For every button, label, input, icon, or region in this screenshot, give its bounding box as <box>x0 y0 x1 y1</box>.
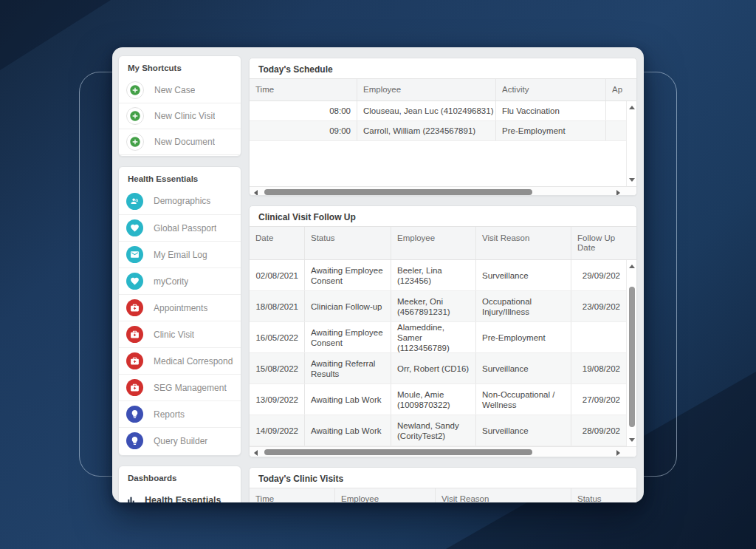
scroll-down-icon[interactable] <box>629 438 635 442</box>
cell-employee: Meeker, Oni (4567891231) <box>391 291 476 321</box>
column-header-status[interactable]: Status <box>571 488 636 502</box>
scroll-left-icon[interactable] <box>254 450 258 456</box>
shortcuts-title: My Shortcuts <box>119 56 241 77</box>
background-corner-shade <box>0 0 111 70</box>
cell-time: 08:00 <box>250 101 357 120</box>
table-row[interactable]: 14/09/2022 Awaiting Lab Work Newland, Sa… <box>250 415 636 446</box>
vertical-scrollbar[interactable] <box>626 260 636 446</box>
column-header-appointment[interactable]: Ap <box>606 79 636 100</box>
cell-visit-reason: Non-Occupational / Wellness <box>476 384 571 415</box>
cell-status: Awaiting Lab Work <box>305 415 391 446</box>
sidebar-item-clinic-visit[interactable]: Clinic Visit <box>119 321 241 347</box>
sidebar-item-label: New Document <box>154 137 215 147</box>
shortcuts-card: My Shortcuts New Case New Clinic Visit N… <box>118 55 241 157</box>
sidebar-item-label: Query Builder <box>154 436 207 446</box>
sidebar-item-reports[interactable]: Reports <box>119 400 241 427</box>
vertical-scrollbar[interactable] <box>626 101 636 186</box>
dashboards-title: Dashboards <box>119 466 241 487</box>
cell-employee: Clouseau, Jean Luc (4102496831) <box>357 101 496 120</box>
clinical-visit-follow-up-title: Clinical Visit Follow Up <box>250 206 636 226</box>
cell-employee: Beeler, Lina (123456) <box>391 260 476 290</box>
sidebar-item-seg-management[interactable]: SEG Management <box>119 374 241 400</box>
cell-status: Awaiting Employee Consent <box>305 322 391 352</box>
column-header-date[interactable]: Date <box>250 227 305 259</box>
schedule-table-header: Time Employee Activity Ap <box>250 78 636 101</box>
cell-follow-up-date <box>571 322 626 352</box>
sidebar-item-new-case[interactable]: New Case <box>119 77 241 103</box>
column-header-employee[interactable]: Employee <box>357 79 496 100</box>
medical-bag-icon <box>126 352 143 369</box>
cell-follow-up-date: 19/08/202 <box>571 353 626 383</box>
cell-employee: Newland, Sandy (CorityTest2) <box>391 415 476 446</box>
table-row[interactable]: 18/08/2021 Clinician Follow-up Meeker, O… <box>250 291 636 322</box>
column-header-status[interactable]: Status <box>305 227 391 259</box>
sidebar-item-my-email-log[interactable]: My Email Log <box>119 241 241 267</box>
cell-follow-up-date: 23/09/202 <box>571 291 626 321</box>
table-row[interactable]: 13/09/2022 Awaiting Lab Work Moule, Amie… <box>250 384 636 415</box>
sidebar-item-label: Demographics <box>154 196 210 206</box>
column-header-follow-up-date[interactable]: Follow Up Date <box>571 227 626 259</box>
scroll-up-icon[interactable] <box>629 106 635 109</box>
scroll-up-icon[interactable] <box>629 265 635 268</box>
medical-bag-icon <box>126 379 143 396</box>
todays-clinic-visits-card: Today's Clinic Visits Time Employee Visi… <box>249 467 637 502</box>
sidebar-item-label: My Email Log <box>154 250 207 260</box>
cell-time: 09:00 <box>250 121 357 140</box>
scroll-left-icon[interactable] <box>254 190 258 196</box>
cell-date: 16/05/2022 <box>250 322 305 352</box>
cell-employee: Alameddine, Samer (1123456789) <box>391 322 476 352</box>
heart-icon <box>126 273 143 290</box>
scrollbar-thumb[interactable] <box>264 449 532 455</box>
table-row[interactable]: 02/08/2021 Awaiting Employee Consent Bee… <box>250 260 636 291</box>
scrollbar-thumb[interactable] <box>629 287 635 427</box>
horizontal-scrollbar[interactable] <box>250 446 636 457</box>
todays-clinic-visits-title: Today's Clinic Visits <box>250 468 636 488</box>
cell-status: Awaiting Referral Results <box>305 353 391 383</box>
sidebar-item-demographics[interactable]: Demographics <box>119 188 241 214</box>
dashboards-card: Dashboards Health Essentials <box>118 466 241 502</box>
sidebar-item-mycority[interactable]: myCority <box>119 267 241 294</box>
sidebar-item-dashboard-health-essentials[interactable]: Health Essentials <box>119 487 241 502</box>
column-header-employee[interactable]: Employee <box>391 227 476 259</box>
cell-date: 14/09/2022 <box>250 415 305 446</box>
sidebar-item-new-document[interactable]: New Document <box>119 129 241 154</box>
column-header-employee[interactable]: Employee <box>335 488 436 502</box>
empty-rows-area <box>250 141 636 186</box>
schedule-table-body: 08:00 Clouseau, Jean Luc (4102496831) Fl… <box>250 101 636 186</box>
add-circle-icon <box>126 81 144 99</box>
table-row[interactable]: 08:00 Clouseau, Jean Luc (4102496831) Fl… <box>250 101 636 121</box>
person-search-icon <box>126 193 143 210</box>
cell-follow-up-date: 29/09/202 <box>571 260 626 290</box>
cell-visit-reason: Surveillance <box>476 415 571 446</box>
horizontal-scrollbar[interactable] <box>250 186 636 196</box>
sidebar-item-query-builder[interactable]: Query Builder <box>119 427 241 454</box>
cell-visit-reason: Surveillance <box>476 353 571 383</box>
sidebar-item-global-passport[interactable]: Global Passport <box>119 214 241 241</box>
table-row[interactable]: 15/08/2022 Awaiting Referral Results Orr… <box>250 353 636 384</box>
column-header-time[interactable]: Time <box>250 488 335 502</box>
column-header-visit-reason[interactable]: Visit Reason <box>476 227 571 259</box>
scrollbar-thumb[interactable] <box>264 189 532 195</box>
sidebar-item-label: New Case <box>154 85 195 95</box>
scroll-right-icon[interactable] <box>616 450 620 456</box>
column-header-visit-reason[interactable]: Visit Reason <box>436 488 571 502</box>
table-row[interactable]: 09:00 Carroll, William (2234567891) Pre-… <box>250 121 636 141</box>
lightbulb-icon <box>126 432 143 449</box>
cell-activity: Pre-Employment <box>496 121 606 140</box>
sidebar-item-label: Clinic Visit <box>154 330 194 340</box>
sidebar-item-appointments[interactable]: Appointments <box>119 294 241 321</box>
followup-table-body: 02/08/2021 Awaiting Employee Consent Bee… <box>250 260 636 446</box>
column-header-activity[interactable]: Activity <box>496 79 606 100</box>
table-row[interactable]: 16/05/2022 Awaiting Employee Consent Ala… <box>250 322 636 353</box>
sidebar-item-label: Reports <box>154 409 185 420</box>
cell-visit-reason: Surveillance <box>476 260 571 290</box>
column-header-time[interactable]: Time <box>250 79 357 100</box>
sidebar-item-label: Health Essentials <box>145 495 221 503</box>
scroll-right-icon[interactable] <box>616 190 620 196</box>
sidebar-item-label: SEG Management <box>154 383 227 393</box>
sidebar-item-new-clinic-visit[interactable]: New Clinic Visit <box>119 103 241 129</box>
scroll-down-icon[interactable] <box>629 178 635 182</box>
cell-employee: Orr, Robert (CD16) <box>391 353 476 383</box>
sidebar-item-medical-correspondence[interactable]: Medical Correspondence <box>119 347 241 374</box>
add-circle-icon <box>126 107 144 125</box>
